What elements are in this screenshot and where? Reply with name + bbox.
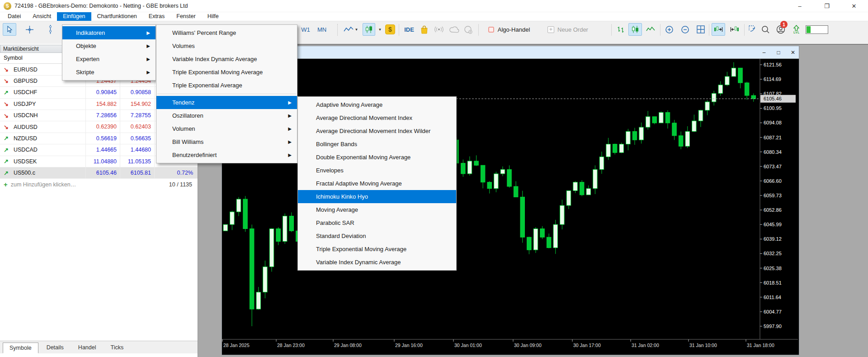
menu-item-label: Volumes xyxy=(172,43,195,49)
minimize-button[interactable]: – xyxy=(789,0,810,12)
menubar-item-extras[interactable]: Extras xyxy=(143,12,170,21)
vertical-line-tool-button[interactable] xyxy=(43,23,57,36)
menu-item-label: Triple Exponential Moving Average xyxy=(172,69,263,76)
candle-chart-type-button[interactable] xyxy=(363,23,375,36)
indicator-recent-item[interactable]: Triple Exponential Moving Average xyxy=(156,66,297,79)
cloud-button[interactable] xyxy=(448,23,461,36)
trend-indicator-item[interactable]: Ichimoku Kinko Hyo xyxy=(298,190,456,203)
menu-item-label: Bill Williams xyxy=(172,138,203,145)
zoom-out-button[interactable] xyxy=(679,23,691,36)
trend-indicator-item[interactable]: Bollinger Bands xyxy=(298,138,456,151)
trend-indicator-item[interactable]: Double Exponential Moving Average xyxy=(298,151,456,164)
candle-chart-icon xyxy=(365,25,373,33)
zoom-in-icon xyxy=(665,25,674,34)
chart-window-titlebar[interactable]: – □ ✕ xyxy=(222,46,799,59)
menubar-item-hilfe[interactable]: Hilfe xyxy=(202,12,225,21)
timeframe-w1-button[interactable]: W1 xyxy=(298,23,313,36)
profile-button[interactable]: 1 xyxy=(774,23,788,36)
vertical-line-icon xyxy=(48,25,52,34)
indicator-category-benutzerdefiniert[interactable]: Benutzerdefiniert▶ xyxy=(156,148,297,162)
chart-maximize-button[interactable]: □ xyxy=(773,48,784,57)
chart-close-button[interactable]: ✕ xyxy=(787,48,799,57)
zoom-in-button[interactable] xyxy=(663,23,675,36)
insert-menu-item-indikatoren[interactable]: Indikatoren▶ xyxy=(62,26,156,39)
tile-windows-button[interactable] xyxy=(694,23,707,36)
chevron-down-icon: ▼ xyxy=(378,28,382,32)
indicator-recent-item[interactable]: Volumes xyxy=(156,39,297,52)
menubar-item-einfügen[interactable]: Einfügen xyxy=(57,12,91,21)
community-button[interactable] xyxy=(461,23,475,36)
algo-trading-button[interactable]: Algo-Handel xyxy=(482,23,536,36)
bid-value: 0.90845 xyxy=(86,87,120,98)
menu-item-label: Williams' Percent Range xyxy=(172,29,236,36)
svg-text:6025.38: 6025.38 xyxy=(764,266,782,271)
window-title: 724198 - GBEbrokers-Demo: Demokonto - Ne… xyxy=(14,3,188,9)
close-button[interactable]: ✕ xyxy=(844,0,864,12)
level-up-arrow-icon xyxy=(793,25,799,31)
levels-button[interactable]: LVL xyxy=(791,23,802,36)
trend-indicator-item[interactable]: Average Directional Movement Index Wilde… xyxy=(298,124,456,138)
ide-button[interactable]: IDE xyxy=(401,23,417,36)
auto-scroll-button[interactable] xyxy=(747,23,759,36)
trend-indicator-item[interactable]: Fractal Adaptive Moving Average xyxy=(298,177,456,190)
market-bag-button[interactable] xyxy=(418,23,430,36)
candle-type-dropdown[interactable]: ▼ xyxy=(376,23,382,36)
indicator-recent-item[interactable]: Williams' Percent Range xyxy=(156,26,297,39)
symbol-name: US500.c xyxy=(14,170,35,176)
trend-indicator-item[interactable]: Adaptive Moving Average xyxy=(298,98,456,111)
chart-minimize-button[interactable]: – xyxy=(758,48,770,57)
search-button[interactable] xyxy=(760,23,771,36)
insert-menu-item-experten[interactable]: Experten▶ xyxy=(62,52,156,66)
line-mode-button[interactable] xyxy=(645,23,656,36)
arrow-up-icon: ↗ xyxy=(4,147,10,153)
one-click-trading-button[interactable]: $ xyxy=(384,23,396,36)
indicator-category-oszillatoren[interactable]: Oszillatoren▶ xyxy=(156,109,297,122)
plus-icon: + xyxy=(0,181,11,188)
trend-indicator-item[interactable]: Average Directional Movement Index xyxy=(298,111,456,124)
trend-indicator-item[interactable]: Parabolic SAR xyxy=(298,216,456,229)
zoom-out-icon xyxy=(681,25,689,34)
submenu-arrow-icon: ▶ xyxy=(288,122,292,135)
algo-trading-icon xyxy=(488,27,494,33)
insert-menu-item-objekte[interactable]: Objekte▶ xyxy=(62,39,156,52)
candles-mode-button[interactable] xyxy=(628,23,642,36)
indicator-recent-item[interactable]: Variable Index Dynamic Average xyxy=(156,52,297,66)
new-order-button[interactable]: + Neue Order xyxy=(541,23,595,36)
crosshair-tool-button[interactable] xyxy=(23,23,36,36)
indicator-category-tendenz[interactable]: Tendenz▶ xyxy=(156,96,297,109)
timeframe-mn-button[interactable]: MN xyxy=(315,23,329,36)
symbol-column-header[interactable]: Symbol xyxy=(4,55,23,61)
market-watch-row-US500.c[interactable]: ↗US500.c6105.466105.810.72% xyxy=(0,167,198,179)
shift-end-right-button[interactable] xyxy=(712,23,725,36)
menubar-item-ansicht[interactable]: Ansicht xyxy=(27,12,57,21)
trend-indicator-item[interactable]: Triple Exponential Moving Average xyxy=(298,243,456,256)
cloud-icon xyxy=(449,26,459,33)
shift-end-left-button[interactable] xyxy=(728,23,741,36)
trend-indicator-item[interactable]: Moving Average xyxy=(298,203,456,216)
panel-tab-handel[interactable]: Handel xyxy=(72,343,103,353)
indicator-category-bill williams[interactable]: Bill Williams▶ xyxy=(156,135,297,148)
cursor-tool-button[interactable] xyxy=(3,23,16,36)
menu-item-label: Skripte xyxy=(76,69,94,76)
trend-indicator-item[interactable]: Standard Deviation xyxy=(298,229,456,243)
menu-item-label: Fractal Adaptive Moving Average xyxy=(316,180,402,187)
panel-tab-details[interactable]: Details xyxy=(40,343,70,353)
panel-tab-ticks[interactable]: Ticks xyxy=(104,343,130,353)
trend-indicator-item[interactable]: Variable Index Dynamic Average xyxy=(298,256,456,269)
menu-item-label: Experten xyxy=(76,56,99,62)
panel-tab-symbole[interactable]: Symbole xyxy=(3,343,38,353)
indicator-category-volumen[interactable]: Volumen▶ xyxy=(156,122,297,135)
line-chart-type-button[interactable]: ▼ xyxy=(342,23,360,36)
trend-indicator-item[interactable]: Envelopes xyxy=(298,164,456,177)
restore-button[interactable]: ❐ xyxy=(816,0,837,12)
menubar-item-fenster[interactable]: Fenster xyxy=(170,12,201,21)
insert-menu-item-skripte[interactable]: Skripte▶ xyxy=(62,66,156,79)
bars-mode-button[interactable] xyxy=(615,23,627,36)
menubar-item-datei[interactable]: Datei xyxy=(2,12,27,21)
add-symbol-row[interactable]: +zum Hinzufügen klicken…10 / 1135 xyxy=(0,179,198,190)
shift-left-icon xyxy=(730,26,739,33)
indicator-recent-item[interactable]: Triple Exponential Average xyxy=(156,79,297,92)
broadcast-button[interactable] xyxy=(432,23,446,36)
menu-bar: DateiAnsichtEinfügenChartfunktionenExtra… xyxy=(0,12,868,21)
menubar-item-chartfunktionen[interactable]: Chartfunktionen xyxy=(91,12,143,21)
